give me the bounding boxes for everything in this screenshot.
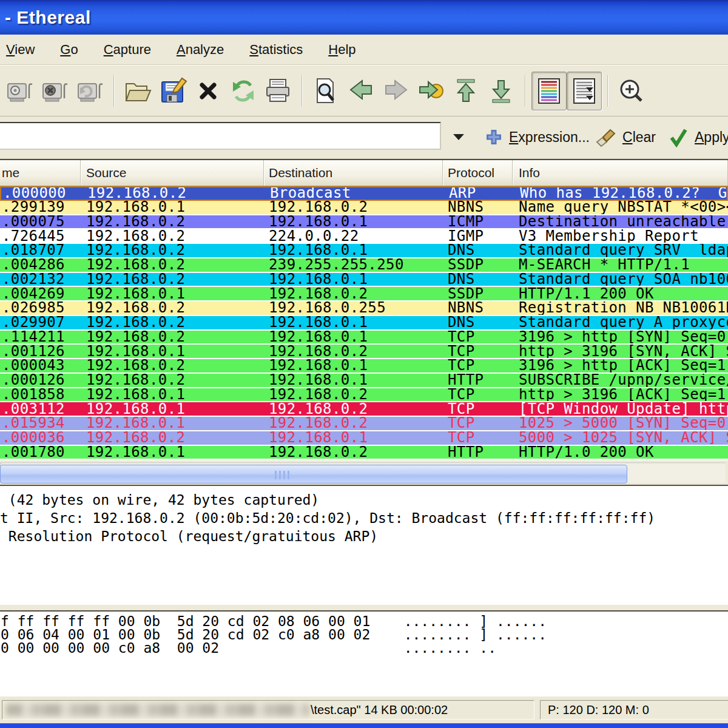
menu-go[interactable]: Go (52, 35, 86, 64)
packet-row[interactable]: .000043 192.168.0.2 192.168.0.1 TCP 3196… (0, 359, 728, 374)
packet-row[interactable]: .000000 192.168.0.2 Broadcast ARP Who ha… (0, 186, 728, 201)
scrollbar-thumb[interactable] (0, 465, 627, 484)
packet-row[interactable]: .029907 192.168.0.2 192.168.0.1 DNS Stan… (0, 316, 728, 331)
go-to-bottom-button[interactable] (484, 72, 519, 110)
packet-protocol: HTTP (443, 446, 513, 459)
packet-info: Standard query SOA nb10061 (513, 273, 728, 286)
packet-destination: 192.168.0.2 (264, 388, 443, 402)
column-header-source[interactable]: Source (81, 160, 264, 186)
packet-row[interactable]: .001858 192.168.0.1 192.168.0.2 TCP http… (0, 388, 728, 403)
packet-row[interactable]: .000126 192.168.0.2 192.168.0.1 HTTP SUB… (0, 374, 728, 388)
menu-view[interactable]: View (0, 35, 43, 64)
menu-statistics[interactable]: Statistics (241, 35, 311, 64)
packet-source: 192.168.0.1 (81, 287, 264, 300)
find-packet-button[interactable] (308, 72, 343, 110)
packet-list: me Source Destination Protocol Info .000… (0, 159, 728, 460)
packet-protocol: ARP (444, 187, 514, 200)
reload-file-button[interactable] (226, 72, 261, 110)
packet-detail-pane[interactable]: (42 bytes on wire, 42 bytes captured) t … (0, 487, 728, 604)
column-header-info[interactable]: Info (513, 160, 728, 186)
packet-time: .001126 (0, 345, 81, 358)
packet-row[interactable]: .004269 192.168.0.1 192.168.0.2 SSDP HTT… (0, 287, 728, 302)
packet-protocol: TCP (443, 402, 513, 416)
packet-destination: 192.168.0.2 (264, 201, 443, 214)
packet-row[interactable]: .000036 192.168.0.2 192.168.0.1 TCP 5000… (0, 431, 728, 446)
packet-row[interactable]: .002132 192.168.0.2 192.168.0.1 DNS Stan… (0, 273, 728, 288)
packet-source: 192.168.0.1 (81, 345, 264, 358)
status-file-panel: \test.cap" 14 KB 00:00:02 (2, 700, 534, 720)
save-file-button[interactable] (155, 72, 190, 110)
packet-info: Standard query A proxyconf (513, 316, 728, 329)
menu-analyze[interactable]: Analyze (168, 35, 232, 64)
packet-row[interactable]: .726445 192.168.0.2 224.0.0.22 IGMP V3 M… (0, 229, 728, 244)
expression-button[interactable]: Expression... (480, 124, 593, 150)
packet-destination: 192.168.0.2 (264, 402, 443, 416)
colorize-toggle-button[interactable] (531, 72, 567, 110)
column-header-time[interactable]: me (0, 160, 81, 186)
packet-time: .000036 (0, 431, 81, 445)
column-header-protocol[interactable]: Protocol (443, 160, 513, 186)
menu-capture[interactable]: Capture (95, 35, 160, 64)
packet-time: .114211 (0, 331, 81, 344)
capture-stop-button[interactable] (38, 72, 73, 110)
packet-source: 192.168.0.2 (81, 431, 264, 445)
packet-protocol: IGMP (443, 229, 513, 243)
go-forward-button[interactable] (379, 72, 414, 110)
packet-info: 3196 > http [SYN] Seq=0 Ac (513, 331, 728, 344)
packet-row[interactable]: .004286 192.168.0.2 239.255.255.250 SSDP… (0, 258, 728, 273)
menu-bar: View Go Capture Analyze Statistics Help (0, 35, 728, 65)
capture-options-icon (5, 76, 35, 106)
go-to-top-button[interactable] (449, 72, 484, 110)
packet-row[interactable]: .026985 192.168.0.2 192.168.0.255 NBNS R… (0, 302, 728, 316)
packet-row[interactable]: .003112 192.168.0.1 192.168.0.2 TCP [TCP… (0, 402, 728, 417)
print-button[interactable] (261, 72, 296, 110)
menu-help[interactable]: Help (320, 35, 364, 64)
go-to-packet-button[interactable] (414, 72, 449, 110)
scrollbar-grip (275, 471, 291, 479)
packet-source: 192.168.0.2 (81, 273, 264, 286)
packet-protocol: TCP (443, 345, 513, 358)
pane-splitter[interactable] (0, 604, 728, 612)
packet-info: Standard query SRV _ldap._ (513, 244, 728, 257)
packet-row[interactable]: .299139 192.168.0.1 192.168.0.2 NBNS Nam… (0, 201, 728, 215)
packet-row[interactable]: .000075 192.168.0.2 192.168.0.1 ICMP Des… (0, 215, 728, 230)
packet-info: [TCP Window Update] http > (513, 402, 728, 416)
packet-protocol: TCP (443, 388, 513, 402)
packet-destination: 192.168.0.1 (264, 331, 443, 344)
packet-source: 192.168.0.1 (81, 417, 264, 430)
filter-dropdown-button[interactable] (447, 127, 470, 147)
packet-source: 192.168.0.2 (81, 359, 264, 372)
packet-source: 192.168.0.2 (82, 187, 265, 200)
packet-destination: 192.168.0.2 (264, 417, 443, 430)
close-file-button[interactable] (190, 72, 226, 110)
scrollbar-track[interactable] (0, 462, 726, 483)
go-back-button[interactable] (343, 72, 379, 110)
find-icon (311, 76, 340, 106)
packet-info: Destination unreachable (P (513, 215, 728, 229)
close-x-icon (195, 78, 221, 104)
clear-filter-button[interactable]: Clear (592, 124, 659, 150)
packet-row[interactable]: .015934 192.168.0.1 192.168.0.2 TCP 1025… (0, 417, 728, 431)
capture-options-button[interactable] (2, 72, 38, 110)
packet-row[interactable]: .001780 192.168.0.1 192.168.0.2 HTTP HTT… (0, 446, 728, 460)
packet-row[interactable]: .018707 192.168.0.2 192.168.0.1 DNS Stan… (0, 244, 728, 258)
zoom-in-button[interactable] (614, 72, 649, 110)
filter-bar: Expression... Clear Apply (0, 116, 728, 159)
apply-filter-button[interactable]: Apply (665, 124, 728, 150)
column-header-destination[interactable]: Destination (264, 160, 443, 186)
reload-icon (229, 76, 258, 106)
packet-row[interactable]: .114211 192.168.0.2 192.168.0.1 TCP 3196… (0, 331, 728, 345)
packet-info: 5000 > 1025 [SYN, ACK] Se (513, 431, 728, 445)
autoscroll-toggle-button[interactable] (567, 72, 602, 110)
packet-info: V3 Membership Report (513, 229, 728, 243)
hex-dump-pane[interactable]: f ff ff ff ff 00 0b 5d 20 cd 02 08 06 00… (0, 612, 728, 696)
packet-time: .015934 (0, 417, 81, 430)
packet-destination: 192.168.0.1 (264, 273, 443, 286)
toolbar-separator (302, 75, 303, 107)
filter-input[interactable] (0, 122, 441, 150)
packet-source: 192.168.0.2 (81, 374, 264, 387)
packet-time: .029907 (0, 316, 81, 329)
capture-restart-button[interactable] (73, 72, 108, 110)
open-file-button[interactable] (120, 72, 155, 110)
packet-row[interactable]: .001126 192.168.0.1 192.168.0.2 TCP http… (0, 345, 728, 359)
